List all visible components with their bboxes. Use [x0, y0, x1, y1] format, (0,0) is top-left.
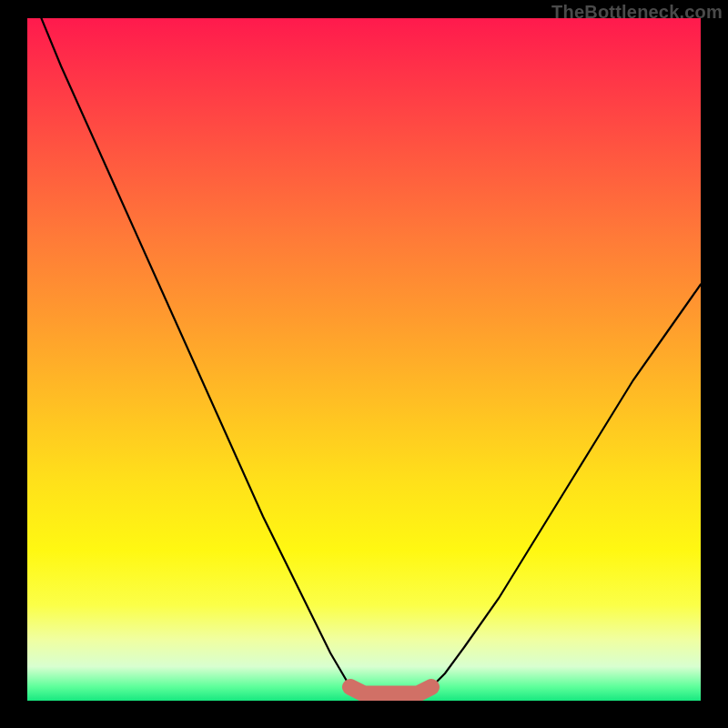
chart-frame: TheBottleneck.com — [0, 0, 728, 728]
highlight-band — [350, 687, 431, 694]
curve-layer — [27, 18, 701, 701]
watermark-text: TheBottleneck.com — [551, 2, 723, 23]
plot-area — [27, 18, 701, 701]
bottleneck-curve — [27, 18, 701, 694]
